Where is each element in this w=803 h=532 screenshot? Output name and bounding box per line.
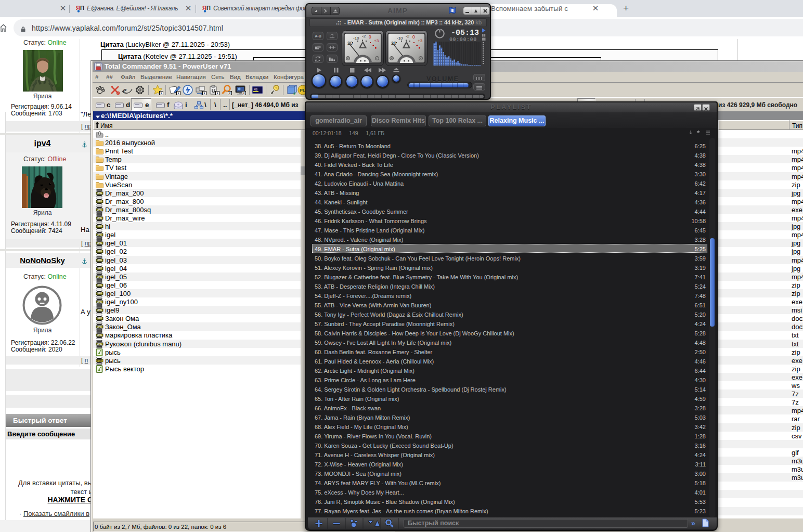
svg-text:+3: +3 (374, 38, 379, 43)
svg-text:JPG: JPG (97, 250, 102, 253)
svg-text:JPG: JPG (97, 301, 102, 303)
svg-text:JPG: JPG (97, 326, 102, 328)
svg-text:JPG: JPG (97, 259, 102, 262)
svg-text:-10: -10 (353, 36, 359, 41)
svg-text:JPG: JPG (97, 267, 102, 270)
svg-text:-2: -2 (362, 34, 366, 38)
svg-text:0: 0 (369, 34, 371, 40)
svg-text:-10: -10 (397, 36, 403, 41)
svg-text:Я: Я (76, 5, 80, 11)
svg-text:П: П (206, 5, 211, 11)
svg-text:-2: -2 (406, 34, 410, 38)
svg-text:П: П (80, 5, 84, 11)
svg-text:JPG: JPG (97, 317, 102, 320)
svg-text:JPG: JPG (97, 209, 102, 211)
svg-text:PSD: PSD (97, 359, 102, 362)
svg-text:MS: MS (254, 88, 258, 92)
svg-text:A-B: A-B (315, 34, 321, 38)
svg-text:+3: +3 (418, 38, 423, 43)
svg-text:JPG: JPG (97, 242, 102, 244)
svg-text:JPG: JPG (97, 343, 102, 345)
svg-text:JPG: JPG (97, 217, 102, 219)
svg-text:JPG: JPG (97, 292, 102, 295)
svg-text:JPG: JPG (97, 225, 102, 228)
svg-text:JPG: JPG (97, 233, 102, 236)
svg-text:JPG: JPG (97, 192, 102, 194)
svg-text:JPG: JPG (97, 334, 102, 336)
svg-text:JPG: JPG (97, 284, 102, 287)
svg-text:0: 0 (412, 34, 415, 40)
svg-text:JPG: JPG (97, 309, 102, 312)
svg-text:e: e (123, 85, 127, 95)
svg-text:Я: Я (202, 5, 206, 11)
svg-text:JPG: JPG (97, 200, 102, 203)
svg-text:2: 2 (293, 92, 296, 96)
svg-text:JPG: JPG (97, 276, 102, 278)
